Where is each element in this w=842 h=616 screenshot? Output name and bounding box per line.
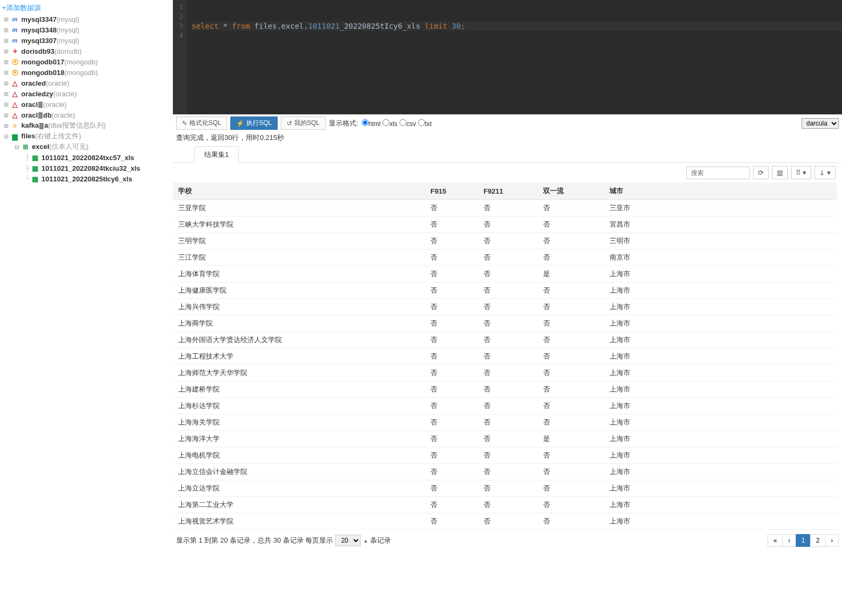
table-cell: 否: [538, 497, 604, 513]
table-row[interactable]: 上海师范大学天华学院否否否上海市: [173, 365, 837, 381]
table-header-cell[interactable]: 学校: [173, 182, 425, 200]
table-row[interactable]: 上海建桥学院否否否上海市: [173, 381, 837, 398]
expand-icon[interactable]: ⊞: [2, 80, 10, 87]
expand-icon[interactable]: ⊞: [2, 122, 10, 129]
pager-button[interactable]: 1: [796, 534, 811, 547]
tree-node-mysql3347[interactable]: ⊞ m mysql3347(mysql): [0, 14, 173, 24]
table-row[interactable]: 上海商学院否否否上海市: [173, 315, 837, 332]
tree-node-mongodb017[interactable]: ⊞ ⦿ mongodb017(mongodb): [0, 56, 173, 67]
table-cell: 否: [425, 381, 478, 398]
tree-file[interactable]: ├ ▦ 1011021_20220824tkciu32_xls: [0, 163, 173, 173]
table-row[interactable]: 三峡大学科技学院否否否宜昌市: [173, 217, 837, 233]
table-row[interactable]: 上海兴伟学院否否否上海市: [173, 299, 837, 315]
refresh-button[interactable]: ⟳: [753, 166, 769, 179]
table-row[interactable]: 上海立信会计金融学院否否否上海市: [173, 464, 837, 480]
table-cell: 否: [425, 398, 478, 414]
table-row[interactable]: 上海视觉艺术学院否否否上海市: [173, 513, 837, 530]
format-radio-html[interactable]: [362, 119, 369, 126]
pager-button[interactable]: 2: [810, 534, 826, 547]
table-row[interactable]: 上海第二工业大学否否否上海市: [173, 497, 837, 513]
table-row[interactable]: 三明学院否否否三明市: [173, 233, 837, 249]
result-tab-1[interactable]: 结果集1: [194, 146, 239, 163]
table-header-cell[interactable]: 城市: [604, 182, 837, 200]
table-row[interactable]: 上海外国语大学贤达经济人文学院否否否上海市: [173, 332, 837, 348]
tree-node-files[interactable]: ⊟ ▆ files(右键上传文件): [0, 131, 173, 141]
expand-icon[interactable]: ⊞: [2, 69, 10, 76]
table-cell: 否: [538, 315, 604, 332]
format-radio-xls[interactable]: [382, 119, 389, 126]
pager-button[interactable]: ›: [825, 534, 839, 547]
sql-keyword-limit: limit: [425, 22, 447, 30]
tree-file-label: 1011021_20220824tkciu32_xls: [41, 164, 140, 172]
pager-button[interactable]: ‹: [782, 534, 796, 547]
format-option-txt[interactable]: txt: [418, 120, 432, 128]
collapse-icon[interactable]: ⊟: [13, 144, 20, 151]
search-input[interactable]: [686, 167, 750, 179]
table-cell: 否: [425, 332, 478, 348]
table-cell: 否: [478, 365, 538, 381]
table-cell: 否: [478, 398, 538, 414]
table-cell: 否: [425, 447, 478, 464]
table-row[interactable]: 上海工程技术大学否否否上海市: [173, 348, 837, 365]
table-cell: 三明学院: [173, 233, 425, 249]
table-row[interactable]: 上海电机学院否否否上海市: [173, 447, 837, 464]
table-row[interactable]: 上海健康医学院否否否上海市: [173, 282, 837, 299]
tree-node-mysql3348[interactable]: ⊞ m mysql3348(mysql): [0, 24, 173, 35]
table-cell: 否: [478, 348, 538, 365]
table-cell: 否: [538, 299, 604, 315]
expand-icon[interactable]: ⊞: [2, 48, 10, 55]
execute-sql-button[interactable]: ⚡执行SQL: [230, 116, 278, 130]
tree-node-dorisdb93[interactable]: ⊞ ✦ dorisdb93(dorisdb): [0, 46, 173, 56]
table-row[interactable]: 上海立达学院否否否上海市: [173, 480, 837, 497]
table-header-cell[interactable]: F915: [425, 182, 478, 200]
table-cell: 否: [478, 381, 538, 398]
expand-icon[interactable]: ⊞: [2, 90, 10, 97]
format-option-csv[interactable]: csv: [399, 120, 416, 128]
tree-node-label: files(右键上传文件): [21, 131, 81, 141]
format-radio-txt[interactable]: [418, 119, 425, 126]
expand-icon[interactable]: ⊞: [2, 59, 10, 65]
page-size-select[interactable]: 20: [335, 535, 361, 546]
format-option-html[interactable]: html: [362, 120, 381, 128]
expand-icon[interactable]: ⊞: [2, 16, 10, 23]
expand-icon[interactable]: ⊞: [2, 101, 10, 108]
tree-file[interactable]: ├ ▦ 1011021_20220824txc57_xls: [0, 152, 173, 163]
my-sql-button[interactable]: ↺我的SQL: [281, 116, 326, 130]
table-header-cell[interactable]: F9211: [478, 182, 538, 200]
table-cell: 否: [478, 480, 538, 497]
format-option-xls[interactable]: xls: [382, 120, 397, 128]
theme-select[interactable]: darcula: [802, 118, 839, 129]
format-sql-button[interactable]: ✎格式化SQL: [176, 116, 227, 130]
table-cell: 否: [425, 480, 478, 497]
toggle-layout-button[interactable]: ▥: [772, 166, 788, 179]
tree-node-label: mysql3347(mysql): [21, 15, 79, 23]
tree-node-mongodb018[interactable]: ⊞ ⦿ mongodb018(mongodb): [0, 67, 173, 78]
tree-node-oracle[interactable]: ⊞ △ oracled(oracle): [0, 78, 173, 88]
tree-file[interactable]: └ ▦ 1011021_20220825tIcy6_xls: [0, 173, 173, 184]
export-button[interactable]: ⤓ ▾: [814, 166, 836, 179]
table-row[interactable]: 三江学院否否否南京市: [173, 249, 837, 266]
tree-node-kafka[interactable]: ⊞ ≡ kafkaa(dba报警信息队列): [0, 120, 173, 131]
table-row[interactable]: 三亚学院否否否三亚市: [173, 200, 837, 217]
format-radio-csv[interactable]: [399, 119, 406, 126]
tree-node-mysql3307[interactable]: ⊞ m mysql3307(mysql): [0, 35, 173, 46]
tree-node-oracle[interactable]: ⊞ △ oracledzy(oracle): [0, 88, 173, 99]
excel-file-icon: ▦: [31, 153, 39, 162]
expand-icon[interactable]: ⊞: [2, 27, 10, 34]
tree-node-excel[interactable]: ⊟ ⊞ excel(仅本人可见): [0, 141, 173, 152]
expand-icon[interactable]: ⊞: [2, 37, 10, 44]
tree-node-oracl[interactable]: ⊞ △ oracl(oracle): [0, 99, 173, 110]
editor-code[interactable]: select * from files.excel.1011021_202208…: [187, 0, 842, 114]
columns-button[interactable]: ⠿ ▾: [791, 166, 812, 179]
table-row[interactable]: 上海体育学院否否是上海市: [173, 266, 837, 282]
collapse-icon[interactable]: ⊟: [2, 133, 10, 140]
sql-editor[interactable]: 1234 select * from files.excel.1011021_2…: [173, 0, 842, 114]
expand-icon[interactable]: ⊞: [2, 112, 10, 119]
tree-node-oracl[interactable]: ⊞ △ oracldb(oracle): [0, 110, 173, 120]
table-header-cell[interactable]: 双一流: [538, 182, 604, 200]
table-row[interactable]: 上海杉达学院否否否上海市: [173, 398, 837, 414]
table-row[interactable]: 上海海洋大学否否是上海市: [173, 431, 837, 447]
pager-button[interactable]: «: [768, 534, 783, 547]
table-row[interactable]: 上海海关学院否否否上海市: [173, 414, 837, 431]
add-datasource-link[interactable]: +添加数据源: [0, 2, 173, 14]
